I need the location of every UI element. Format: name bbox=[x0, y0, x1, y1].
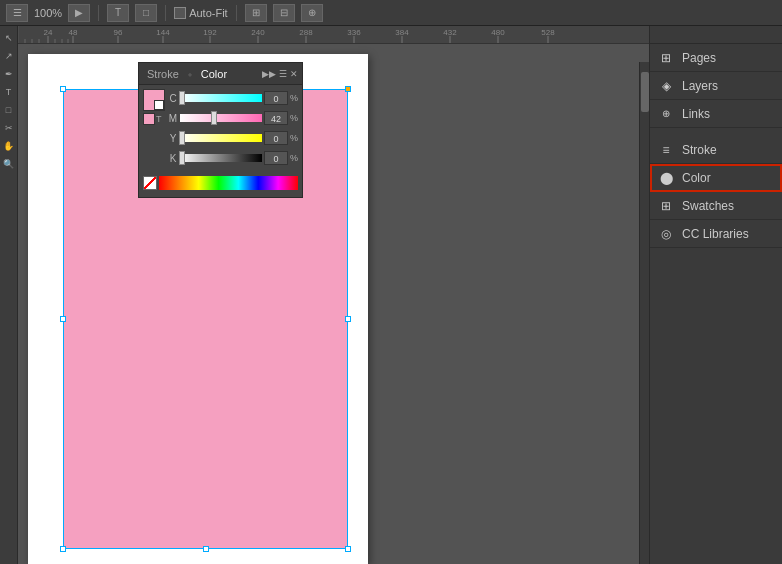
panel-item-stroke[interactable]: ≡ Stroke bbox=[650, 136, 782, 164]
color-spectrum-row bbox=[143, 173, 298, 193]
stroke-swatch-mini[interactable] bbox=[143, 113, 155, 125]
handle-mid-left[interactable] bbox=[60, 316, 66, 322]
right-panel: ⊞ Pages ◈ Layers ⊕ Links ≡ Stroke ⬤ Colo… bbox=[649, 26, 782, 564]
play-icon[interactable]: ▶ bbox=[68, 4, 90, 22]
panel-item-layers[interactable]: ◈ Layers bbox=[650, 72, 782, 100]
panel-item-color[interactable]: ⬤ Color bbox=[650, 164, 782, 192]
checkbox-autofit bbox=[174, 7, 186, 19]
svg-text:288: 288 bbox=[299, 28, 313, 37]
select-tool-icon[interactable]: ↖ bbox=[1, 30, 17, 46]
fill-color-swatch[interactable] bbox=[143, 89, 165, 111]
svg-text:336: 336 bbox=[347, 28, 361, 37]
swatches-icon: ⊞ bbox=[658, 198, 674, 214]
left-toolbar: ↖ ↗ ✒ T □ ✂ ✋ 🔍 bbox=[0, 26, 18, 564]
overflow-icon[interactable]: ⊕ bbox=[301, 4, 323, 22]
direct-select-icon[interactable]: ↗ bbox=[1, 48, 17, 64]
separator-3 bbox=[236, 5, 237, 21]
channel-k-value[interactable]: 0 bbox=[264, 151, 288, 165]
color-controls: T C 0 % bbox=[139, 85, 302, 197]
zoom-tool-icon[interactable]: 🔍 bbox=[1, 156, 17, 172]
channel-k-label: K bbox=[168, 153, 178, 164]
channel-k-row: K 0 % bbox=[168, 149, 298, 167]
channel-c-slider[interactable] bbox=[180, 94, 262, 102]
svg-text:480: 480 bbox=[491, 28, 505, 37]
svg-text:384: 384 bbox=[395, 28, 409, 37]
handle-bottom-mid[interactable] bbox=[203, 546, 209, 552]
separator-2 bbox=[165, 5, 166, 21]
panel-menu-icon[interactable]: ☰ bbox=[279, 69, 287, 79]
panel-item-pages[interactable]: ⊞ Pages bbox=[650, 44, 782, 72]
right-panel-ruler bbox=[650, 26, 782, 44]
cc-libraries-label: CC Libraries bbox=[682, 227, 749, 241]
hand-tool-icon[interactable]: ✋ bbox=[1, 138, 17, 154]
autofit-toggle[interactable]: Auto-Fit bbox=[174, 7, 228, 19]
tab-color[interactable]: Color bbox=[197, 68, 231, 80]
channel-m-label: M bbox=[168, 113, 178, 124]
panel-item-swatches[interactable]: ⊞ Swatches bbox=[650, 192, 782, 220]
channel-y-pct: % bbox=[290, 133, 298, 143]
color-label: Color bbox=[682, 171, 711, 185]
panel-close-icon[interactable]: ✕ bbox=[290, 69, 298, 79]
color-panel-header: Stroke ⬥ Color ▶▶ ☰ ✕ bbox=[139, 63, 302, 85]
channel-m-slider[interactable] bbox=[180, 114, 262, 122]
handle-top-right[interactable] bbox=[345, 86, 351, 92]
handle-bottom-right[interactable] bbox=[345, 546, 351, 552]
scrollbar-thumb[interactable] bbox=[641, 72, 649, 112]
channel-m-thumb[interactable] bbox=[211, 111, 217, 125]
text-tool-icon[interactable]: T bbox=[1, 84, 17, 100]
stroke-icon: ≡ bbox=[658, 142, 674, 158]
autofit-label: Auto-Fit bbox=[189, 7, 228, 19]
stroke-label: Stroke bbox=[682, 143, 717, 157]
channel-k-slider[interactable] bbox=[180, 154, 262, 162]
panel-item-cc-libraries[interactable]: ◎ CC Libraries bbox=[650, 220, 782, 248]
channel-m-pct: % bbox=[290, 113, 298, 123]
svg-text:192: 192 bbox=[203, 28, 217, 37]
channel-y-thumb[interactable] bbox=[179, 131, 185, 145]
channel-c-label: C bbox=[168, 93, 178, 104]
layers-label: Layers bbox=[682, 79, 718, 93]
type-tool-icon[interactable]: T bbox=[107, 4, 129, 22]
canvas-area[interactable]: Stroke ⬥ Color ▶▶ ☰ ✕ bbox=[18, 44, 649, 564]
svg-text:144: 144 bbox=[156, 28, 170, 37]
pen-tool-icon[interactable]: ✒ bbox=[1, 66, 17, 82]
zoom-level[interactable]: 100% bbox=[34, 7, 62, 19]
channel-c-row: C 0 % bbox=[168, 89, 298, 107]
separator-1 bbox=[98, 5, 99, 21]
cc-libraries-icon: ◎ bbox=[658, 226, 674, 242]
channel-c-pct: % bbox=[290, 93, 298, 103]
channel-y-row: Y 0 % bbox=[168, 129, 298, 147]
rect-tool-icon[interactable]: □ bbox=[1, 102, 17, 118]
tab-stroke[interactable]: Stroke bbox=[143, 68, 183, 80]
channel-c-value[interactable]: 0 bbox=[264, 91, 288, 105]
channel-y-label: Y bbox=[168, 133, 178, 144]
no-color-box[interactable] bbox=[143, 176, 157, 190]
channel-y-value[interactable]: 0 bbox=[264, 131, 288, 145]
channel-y-slider[interactable] bbox=[180, 134, 262, 142]
handle-bottom-left[interactable] bbox=[60, 546, 66, 552]
channel-c-thumb[interactable] bbox=[179, 91, 185, 105]
scissors-icon[interactable]: ✂ bbox=[1, 120, 17, 136]
vertical-scrollbar[interactable] bbox=[639, 62, 649, 564]
svg-text:528: 528 bbox=[541, 28, 555, 37]
frame-tool-icon[interactable]: □ bbox=[135, 4, 157, 22]
channel-k-thumb[interactable] bbox=[179, 151, 185, 165]
pages-icon: ⊞ bbox=[658, 50, 674, 66]
color-icon: ⬤ bbox=[658, 170, 674, 186]
handle-top-left[interactable] bbox=[60, 86, 66, 92]
handle-mid-right[interactable] bbox=[345, 316, 351, 322]
panel-expand-icon[interactable]: ▶▶ bbox=[262, 69, 276, 79]
color-panel: Stroke ⬥ Color ▶▶ ☰ ✕ bbox=[138, 62, 303, 198]
panel-spacer bbox=[650, 128, 782, 136]
color-spectrum-bar[interactable] bbox=[159, 176, 298, 190]
channel-k-pct: % bbox=[290, 153, 298, 163]
svg-text:432: 432 bbox=[443, 28, 457, 37]
panel-item-links[interactable]: ⊕ Links bbox=[650, 100, 782, 128]
distribute-icon[interactable]: ⊟ bbox=[273, 4, 295, 22]
content-area: 24 48 96 144 192 240 288 336 384 432 bbox=[18, 26, 649, 564]
align-icon[interactable]: ⊞ bbox=[245, 4, 267, 22]
app-menu-icon[interactable]: ☰ bbox=[6, 4, 28, 22]
svg-text:48: 48 bbox=[69, 28, 78, 37]
swatches-label: Swatches bbox=[682, 199, 734, 213]
channel-m-value[interactable]: 42 bbox=[264, 111, 288, 125]
links-icon: ⊕ bbox=[658, 106, 674, 122]
